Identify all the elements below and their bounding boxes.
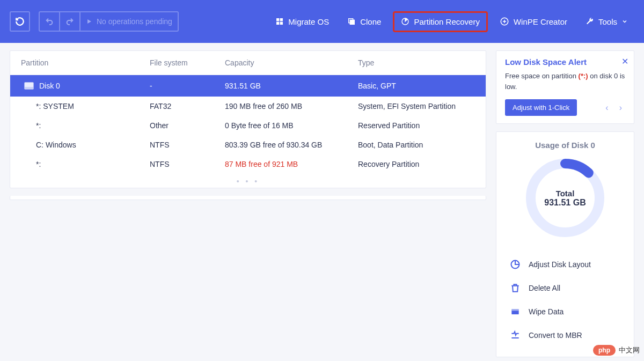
close-icon: ✕ — [621, 56, 628, 67]
chevron-left-icon: ‹ — [605, 103, 608, 113]
partition-name: *: — [21, 160, 150, 168]
svg-rect-3 — [280, 22, 283, 25]
disk-row[interactable]: Disk 0 - 931.51 GB Basic, GPT — [10, 75, 486, 97]
partition-row[interactable]: *:NTFS87 MB free of 921 MBRecovery Parti… — [10, 154, 486, 174]
play-icon — [86, 18, 92, 25]
migrate-os-button[interactable]: Migrate OS — [269, 13, 335, 31]
disk-capacity: 931.51 GB — [225, 82, 358, 90]
partition-table-panel: Partition File system Capacity Type Disk… — [10, 50, 486, 188]
convert-icon — [509, 330, 521, 341]
chevron-right-icon: › — [619, 103, 622, 113]
redo-icon — [65, 17, 74, 26]
svg-rect-0 — [276, 18, 279, 21]
col-partition: Partition — [21, 58, 150, 67]
partition-fs: Other — [150, 121, 225, 130]
partition-fs: FAT32 — [150, 102, 225, 110]
col-fs: File system — [150, 58, 225, 67]
table-header: Partition File system Capacity Type — [10, 51, 486, 75]
partition-capacity: 0 Byte free of 16 MB — [225, 121, 358, 130]
tools-dropdown[interactable]: Tools — [579, 13, 634, 31]
low-disk-alert-panel: Low Disk Space Alert ✕ Free space on par… — [496, 50, 634, 124]
partition-capacity: 803.39 GB free of 930.34 GB — [225, 141, 358, 149]
delete-all-button[interactable]: Delete All — [506, 277, 624, 299]
apply-button[interactable]: No operations pending — [80, 12, 178, 31]
undo-button[interactable] — [40, 12, 60, 31]
partition-capacity: 190 MB free of 260 MB — [225, 102, 358, 110]
resize-handle[interactable]: • • • — [10, 174, 486, 188]
donut-total-value: 931.51 GB — [544, 198, 586, 208]
wipe-icon — [509, 306, 521, 317]
clone-button[interactable]: Clone — [341, 13, 387, 31]
redo-button[interactable] — [60, 12, 80, 31]
usage-panel: Usage of Disk 0 Total 931.51 GB — [496, 131, 634, 357]
wipe-data-button[interactable]: Wipe Data — [506, 301, 624, 322]
secondary-panel — [10, 196, 486, 200]
partition-type: Boot, Data Partition — [358, 141, 486, 149]
trash-icon — [509, 283, 521, 293]
wrench-icon — [586, 17, 594, 26]
chevron-down-icon — [621, 18, 628, 25]
alert-next-button[interactable]: › — [616, 101, 625, 115]
partition-name: *: — [21, 121, 150, 130]
disk-actions: Adjust Disk Layout Delete All Wipe Data — [503, 254, 627, 346]
plus-circle-icon — [500, 17, 509, 26]
convert-mbr-button[interactable]: Convert to MBR — [506, 325, 624, 346]
partition-name: *: SYSTEM — [21, 102, 150, 110]
php-badge-icon: php — [593, 345, 616, 356]
partition-row[interactable]: C: WindowsNTFS803.39 GB free of 930.34 G… — [10, 135, 486, 154]
usage-title: Usage of Disk 0 — [503, 141, 627, 150]
disk-fs: - — [150, 82, 225, 90]
top-toolbar: No operations pending Migrate OS Clone P… — [0, 0, 644, 43]
svg-rect-4 — [350, 20, 355, 24]
alert-warn-token: (*:) — [579, 72, 588, 80]
partition-name: C: Windows — [21, 141, 150, 149]
partition-type: Reserved Partition — [358, 121, 486, 130]
partition-recovery-button[interactable]: Partition Recovery — [393, 11, 488, 32]
alert-title: Low Disk Space Alert — [505, 57, 625, 67]
svg-rect-1 — [280, 18, 283, 21]
alert-close-button[interactable]: ✕ — [621, 56, 628, 67]
partition-capacity: 87 MB free of 921 MB — [225, 160, 358, 168]
partition-row[interactable]: *: SYSTEMFAT32190 MB free of 260 MBSyste… — [10, 97, 486, 116]
pie-icon — [401, 17, 409, 26]
partition-row[interactable]: *:Other0 Byte free of 16 MBReserved Part… — [10, 116, 486, 135]
pie-chart-icon — [509, 259, 521, 270]
grid-icon — [275, 17, 284, 26]
adjust-layout-button[interactable]: Adjust Disk Layout — [506, 254, 624, 275]
svg-rect-12 — [511, 309, 518, 311]
svg-rect-2 — [276, 22, 279, 25]
partition-type: System, EFI System Partition — [358, 102, 486, 110]
winpe-creator-button[interactable]: WinPE Creator — [493, 12, 574, 31]
usage-donut-chart: Total 931.51 GB — [522, 155, 608, 241]
operations-group: No operations pending — [39, 11, 179, 32]
partition-fs: NTFS — [150, 141, 225, 149]
partition-type: Recovery Partition — [358, 160, 486, 168]
watermark: php 中文网 — [593, 345, 640, 356]
undo-icon — [45, 17, 54, 26]
col-type: Type — [358, 58, 486, 67]
disk-name: Disk 0 — [39, 82, 60, 90]
col-capacity: Capacity — [225, 58, 358, 67]
disk-icon — [24, 82, 34, 90]
partition-fs: NTFS — [150, 160, 225, 168]
pending-label: No operations pending — [97, 17, 172, 26]
refresh-icon — [15, 17, 25, 26]
donut-total-label: Total — [556, 189, 575, 198]
refresh-button[interactable] — [10, 11, 30, 32]
disk-type: Basic, GPT — [358, 82, 486, 90]
alert-text: Free space on partition (*:) on disk 0 i… — [505, 71, 625, 92]
adjust-one-click-button[interactable]: Adjust with 1-Click — [505, 99, 577, 116]
alert-prev-button[interactable]: ‹ — [602, 101, 611, 115]
copy-icon — [347, 17, 356, 26]
